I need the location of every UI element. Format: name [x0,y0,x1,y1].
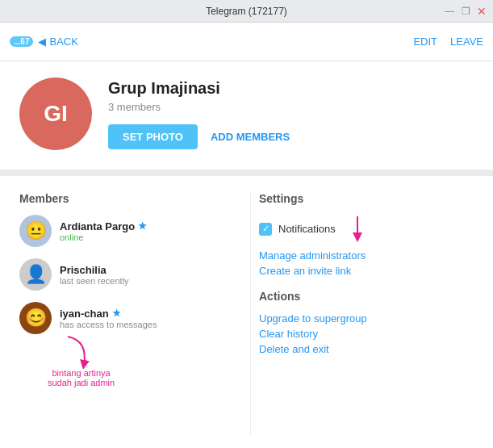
member-name: Ardianta Pargo ★ [60,220,147,232]
edit-button[interactable]: EDIT [413,36,437,48]
invite-link-link[interactable]: Create an invite link [259,265,474,277]
admin-star-icon: ★ [112,308,121,319]
manage-admins-link[interactable]: Manage administrators [259,249,474,262]
annotation-container: bintang artinya sudah jadi admin [64,333,96,372]
pink-down-arrow [345,215,370,243]
notifications-checkbox[interactable]: ✓ [259,223,272,236]
group-avatar: GI [19,77,92,150]
member-avatar: 😊 [19,302,52,334]
titlebar-title: Telegram (172177) [206,6,287,17]
profile-info: Grup Imajinasi 3 members SET PHOTO ADD M… [108,79,290,149]
set-photo-button[interactable]: SET PHOTO [108,124,198,149]
settings-column: Settings ✓ Notifications Manage administ… [250,192,474,435]
annotation-arrow [64,333,96,369]
member-name: Prischilia [60,264,129,276]
header-actions: EDIT LEAVE [413,36,483,48]
members-section-title: Members [19,192,234,205]
profile-section: GI Grup Imajinasi 3 members SET PHOTO AD… [0,61,493,176]
member-status: online [60,232,147,242]
maximize-button[interactable]: ❐ [459,5,472,18]
member-status: last seen recently [60,276,129,286]
actions-section-title: Actions [259,290,474,303]
member-item[interactable]: 👤 Prischilia last seen recently [19,258,234,291]
notifications-setting: ✓ Notifications [259,215,474,243]
leave-button[interactable]: LEAVE [450,36,483,48]
member-info: Ardianta Pargo ★ online [60,220,147,242]
member-item[interactable]: 😐 Ardianta Pargo ★ online [19,215,234,247]
notification-badge: ...67 [10,36,33,47]
minimize-button[interactable]: — [443,5,456,18]
members-count: 3 members [108,101,290,113]
back-button[interactable]: ...67 ◀ BACK [10,36,78,48]
profile-buttons: SET PHOTO ADD MEMBERS [108,124,290,149]
close-button[interactable]: ✕ [475,5,488,18]
upgrade-supergroup-link[interactable]: Upgrade to supergroup [259,312,474,324]
delete-exit-link[interactable]: Delete and exit [259,343,474,355]
notifications-label: Notifications [278,223,336,235]
main-content: Members 😐 Ardianta Pargo ★ online 👤 Pris… [0,176,493,448]
member-avatar: 😐 [19,215,52,247]
admin-star-icon: ★ [138,220,147,232]
clear-history-link[interactable]: Clear history [259,328,474,340]
member-info: iyan-chan ★ has access to messages [60,308,157,329]
member-name: iyan-chan ★ [60,308,157,320]
group-name: Grup Imajinasi [108,79,290,98]
back-arrow-icon: ◀ [38,36,46,48]
settings-section-title: Settings [259,192,474,205]
members-column: Members 😐 Ardianta Pargo ★ online 👤 Pris… [19,192,250,435]
member-item[interactable]: 😊 iyan-chan ★ has access to messages [19,302,234,334]
member-status: has access to messages [60,320,157,329]
annotation-text: bintang artinya sudah jadi admin [48,368,115,387]
member-info: Prischilia last seen recently [60,264,129,286]
titlebar-controls: — ❐ ✕ [443,5,488,18]
back-label: BACK [49,36,77,48]
header-bar: ...67 ◀ BACK EDIT LEAVE [0,23,493,61]
add-members-button[interactable]: ADD MEMBERS [211,124,290,149]
member-avatar: 👤 [19,258,52,291]
titlebar: Telegram (172177) — ❐ ✕ [0,0,493,23]
